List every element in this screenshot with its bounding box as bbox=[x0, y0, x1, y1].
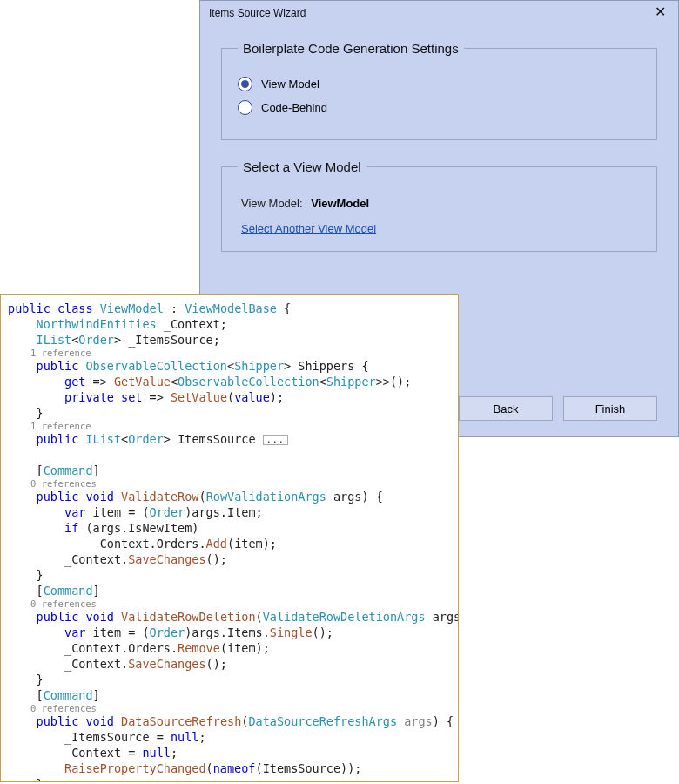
boilerplate-legend: Boilerplate Code Generation Settings bbox=[238, 41, 464, 56]
select-viewmodel-fieldset: Select a View Model View Model: ViewMode… bbox=[221, 159, 657, 252]
close-icon[interactable]: ✕ bbox=[647, 4, 673, 22]
dialog-titlebar: Items Source Wizard ✕ bbox=[200, 1, 678, 25]
radio-label: Code-Behind bbox=[261, 101, 327, 114]
code-editor[interactable]: public class ViewModel : ViewModelBase {… bbox=[0, 294, 459, 782]
radio-view-model[interactable]: View Model bbox=[238, 77, 641, 91]
finish-button[interactable]: Finish bbox=[563, 396, 657, 421]
viewmodel-value: ViewModel bbox=[311, 197, 369, 210]
back-button[interactable]: Back bbox=[459, 396, 553, 421]
dialog-buttons: Back Finish bbox=[459, 396, 657, 421]
select-viewmodel-legend: Select a View Model bbox=[238, 159, 366, 174]
select-another-viewmodel-link[interactable]: Select Another View Model bbox=[241, 222, 376, 235]
viewmodel-line: View Model: ViewModel bbox=[241, 197, 641, 210]
viewmodel-label: View Model: bbox=[241, 197, 303, 210]
dialog-body: Boilerplate Code Generation Settings Vie… bbox=[200, 25, 678, 252]
radio-icon bbox=[238, 77, 252, 91]
radio-code-behind[interactable]: Code-Behind bbox=[238, 100, 641, 115]
boilerplate-fieldset: Boilerplate Code Generation Settings Vie… bbox=[221, 41, 657, 140]
radio-label: View Model bbox=[261, 78, 319, 91]
dialog-title: Items Source Wizard bbox=[209, 7, 647, 19]
radio-icon bbox=[238, 100, 252, 115]
